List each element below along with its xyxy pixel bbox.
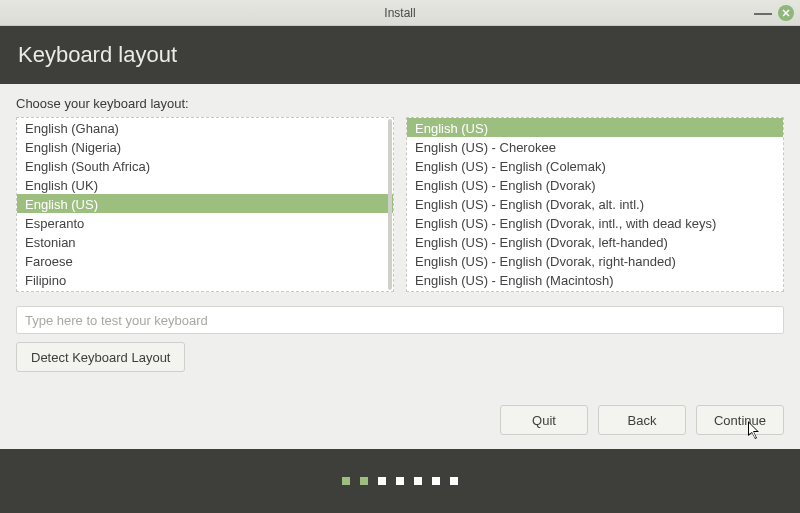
list-item[interactable]: Estonian — [17, 232, 393, 251]
list-item[interactable]: English (US) — [407, 118, 783, 137]
progress-dot — [432, 477, 440, 485]
list-item[interactable]: English (US) - English (Dvorak) — [407, 175, 783, 194]
choose-label: Choose your keyboard layout: — [16, 96, 784, 111]
keyboard-test-input[interactable] — [16, 306, 784, 334]
list-item[interactable]: English (US) - English (Dvorak, intl., w… — [407, 213, 783, 232]
page-title: Keyboard layout — [18, 42, 177, 68]
install-window: Install Keyboard layout Choose your keyb… — [0, 0, 800, 513]
list-item[interactable]: English (South Africa) — [17, 156, 393, 175]
close-icon — [782, 9, 790, 17]
list-item[interactable]: English (Ghana) — [17, 118, 393, 137]
language-listbox[interactable]: English (Ghana)English (Nigeria)English … — [16, 117, 394, 292]
list-item[interactable]: English (US) - Cherokee — [407, 137, 783, 156]
list-item[interactable]: English (US) - English (Colemak) — [407, 156, 783, 175]
progress-dot — [360, 477, 368, 485]
progress-dot — [450, 477, 458, 485]
detect-keyboard-button[interactable]: Detect Keyboard Layout — [16, 342, 185, 372]
list-item[interactable]: English (US) — [17, 194, 393, 213]
continue-button[interactable]: Continue — [696, 405, 784, 435]
progress-dot — [378, 477, 386, 485]
close-button[interactable] — [778, 5, 794, 21]
minimize-icon[interactable] — [754, 11, 772, 15]
list-item[interactable]: Filipino — [17, 270, 393, 289]
detect-row: Detect Keyboard Layout — [16, 342, 784, 372]
quit-button[interactable]: Quit — [500, 405, 588, 435]
nav-buttons: Quit Back Continue — [16, 395, 784, 441]
window-controls — [754, 0, 794, 26]
progress-dot — [396, 477, 404, 485]
back-button[interactable]: Back — [598, 405, 686, 435]
window-title: Install — [384, 6, 415, 20]
list-item[interactable]: English (UK) — [17, 175, 393, 194]
variant-listbox[interactable]: English (US)English (US) - CherokeeEngli… — [406, 117, 784, 292]
titlebar: Install — [0, 0, 800, 26]
list-item[interactable]: English (Nigeria) — [17, 137, 393, 156]
progress-footer — [0, 449, 800, 513]
page-header: Keyboard layout — [0, 26, 800, 84]
progress-dot — [342, 477, 350, 485]
list-item[interactable]: English (US) - English (Macintosh) — [407, 270, 783, 289]
progress-dot — [414, 477, 422, 485]
list-item[interactable]: English (US) - English (Dvorak, right-ha… — [407, 251, 783, 270]
layout-lists: English (Ghana)English (Nigeria)English … — [16, 117, 784, 292]
content-area: Choose your keyboard layout: English (Gh… — [0, 84, 800, 449]
list-item[interactable]: Esperanto — [17, 213, 393, 232]
list-item[interactable]: English (US) - English (Dvorak, alt. int… — [407, 194, 783, 213]
list-item[interactable]: English (US) - English (Dvorak, left-han… — [407, 232, 783, 251]
list-item[interactable]: Faroese — [17, 251, 393, 270]
